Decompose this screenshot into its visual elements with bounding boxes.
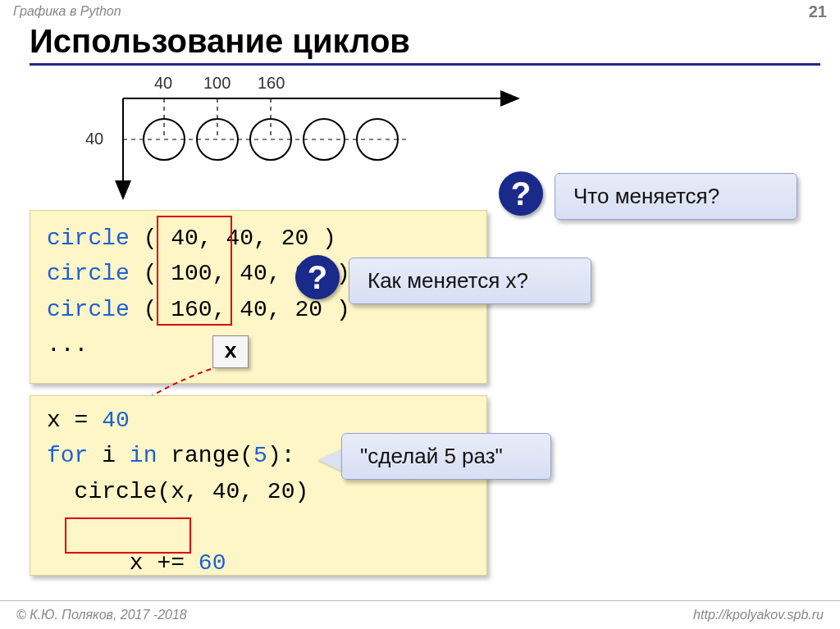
callout-do5-text: "сделай 5 раз" bbox=[360, 444, 503, 469]
footer-copyright: © К.Ю. Поляков, 2017 -2018 bbox=[16, 608, 187, 622]
title-underline bbox=[30, 63, 820, 66]
question-icon: ? bbox=[499, 171, 543, 216]
y-tick-40: 40 bbox=[85, 130, 103, 148]
code-box-2: x = 40 for i in range(5): circle(x, 40, … bbox=[30, 395, 487, 576]
x-variable-label: x bbox=[212, 335, 249, 368]
callout-do5: "сделай 5 раз" bbox=[341, 433, 551, 480]
red-box-increment bbox=[65, 517, 191, 554]
ellipsis: ... bbox=[47, 327, 470, 362]
callout-q2-text: Как меняется x? bbox=[368, 268, 528, 294]
header-topic: Графика в Python bbox=[13, 4, 121, 19]
footer-url: http://kpolyakov.spb.ru bbox=[693, 608, 824, 622]
kw-circle: circle bbox=[47, 261, 130, 286]
question-icon: ? bbox=[295, 255, 340, 299]
callout-q1: Что меняется? bbox=[555, 173, 797, 220]
kw-circle: circle bbox=[47, 226, 130, 251]
callout-q2: Как меняется x? bbox=[349, 258, 591, 304]
slide-title: Использование циклов bbox=[30, 23, 840, 60]
callout-tail bbox=[318, 449, 343, 472]
red-box-first-args bbox=[157, 216, 232, 326]
axes-svg bbox=[115, 90, 541, 205]
kw-circle: circle bbox=[47, 297, 130, 322]
callout-q1-text: Что меняется? bbox=[573, 184, 719, 209]
page-number: 21 bbox=[809, 2, 827, 21]
